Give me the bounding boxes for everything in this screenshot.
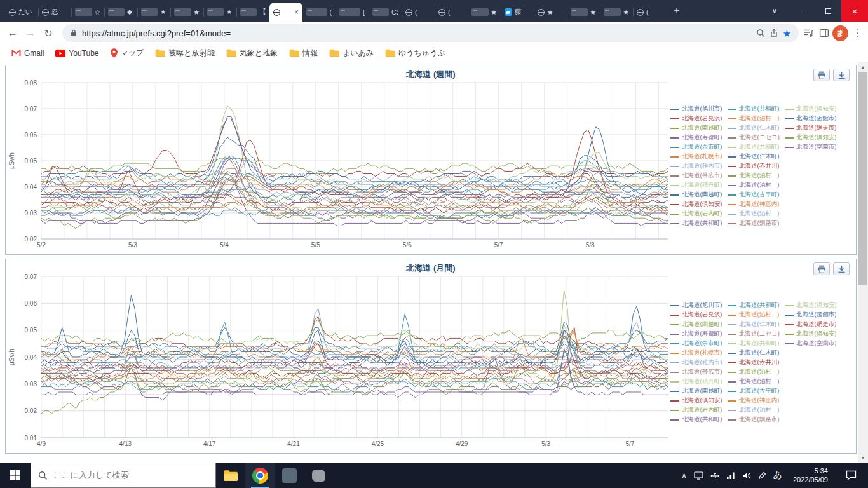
tab[interactable]: ★: [567, 3, 600, 22]
legend-item[interactable]: 北海道(仁木町): [728, 152, 785, 161]
bookmark-item[interactable]: YouTube: [50, 47, 104, 60]
legend-item[interactable]: 北海道(蘭越町): [670, 123, 728, 133]
legend-item[interactable]: 北海道(寿都町): [670, 133, 728, 142]
legend-item[interactable]: 北海道(古平町): [728, 386, 785, 396]
ime-indicator[interactable]: あ: [773, 470, 782, 481]
bookmark-item[interactable]: マップ: [105, 46, 149, 60]
taskbar-clock[interactable]: 5:34 2022/05/09: [789, 466, 832, 485]
app-button-1[interactable]: [275, 463, 304, 488]
usb-icon[interactable]: [710, 471, 719, 480]
legend-item[interactable]: 北海道(泊村 ): [728, 209, 785, 219]
scrollbar-thumb[interactable]: [858, 72, 867, 285]
maximize-button[interactable]: [815, 0, 841, 22]
chrome-taskbar-button[interactable]: [245, 463, 275, 488]
legend-item[interactable]: 北海道(共和町): [728, 339, 785, 348]
tab-close-button[interactable]: ×: [294, 8, 299, 17]
tab[interactable]: だい: [5, 3, 38, 22]
legend-item[interactable]: 北海道(倶知安): [785, 104, 842, 114]
tab[interactable]: [: [336, 3, 369, 22]
legend-item[interactable]: 北海道(倶知安): [785, 133, 842, 142]
close-window-button[interactable]: ×: [841, 0, 868, 22]
legend-item[interactable]: 北海道(稚内市): [670, 161, 728, 171]
browser-menu-button[interactable]: ⋮: [851, 27, 864, 39]
scroll-down-icon[interactable]: ▼: [858, 453, 868, 463]
bookmark-star-icon[interactable]: ★: [783, 29, 791, 38]
legend-item[interactable]: 北海道(帯広市): [670, 367, 728, 377]
start-button[interactable]: [0, 463, 31, 488]
legend-item[interactable]: 北海道(旭川市): [670, 301, 728, 310]
legend-item[interactable]: 北海道(倶知安): [785, 329, 842, 339]
legend-item[interactable]: 北海道(泊村 ): [728, 367, 785, 377]
tab[interactable]: 藤: [501, 3, 534, 22]
legend-item[interactable]: 北海道(室蘭市): [785, 142, 842, 152]
display-icon[interactable]: [694, 471, 703, 480]
share-icon[interactable]: [770, 29, 778, 37]
legend-item[interactable]: 北海道(札幌市): [670, 152, 728, 161]
tab[interactable]: (: [633, 3, 666, 22]
legend-item[interactable]: 北海道(共和町): [728, 301, 785, 310]
minimize-button[interactable]: –: [788, 0, 815, 22]
tab[interactable]: ★: [170, 3, 203, 22]
legend-item[interactable]: 北海道(網走市): [785, 320, 842, 329]
bookmark-item[interactable]: 気象と地象: [221, 46, 283, 60]
tab[interactable]: ★】: [137, 3, 170, 22]
download-chart-button[interactable]: [833, 69, 850, 81]
legend-item[interactable]: 北海道(函館市): [785, 114, 842, 123]
tab[interactable]: ★: [468, 3, 501, 22]
legend-item[interactable]: 北海道(神恵内): [728, 396, 785, 405]
tab[interactable]: C3: [369, 3, 402, 22]
zoom-icon[interactable]: [756, 29, 765, 37]
page-scrollbar[interactable]: ▲ ▼: [858, 62, 868, 463]
legend-item[interactable]: 北海道(寿都町): [670, 329, 728, 339]
legend-item[interactable]: 北海道(旭川市): [670, 104, 728, 114]
tab[interactable]: ★: [600, 3, 633, 22]
pen-icon[interactable]: [758, 471, 766, 480]
legend-item[interactable]: 北海道(泊村 ): [728, 405, 785, 415]
legend-item[interactable]: 北海道(ニセコ): [728, 329, 785, 339]
media-controls-icon[interactable]: [804, 28, 814, 38]
active-tab[interactable]: ×: [269, 3, 302, 22]
legend-item[interactable]: 北海道(蘭越町): [670, 190, 728, 200]
legend-item[interactable]: 北海道(室蘭市): [785, 339, 842, 348]
legend-item[interactable]: 北海道(泊村 ): [728, 114, 785, 123]
legend-item[interactable]: 北海道(共和町): [728, 142, 785, 152]
tab[interactable]: (: [302, 3, 336, 22]
legend-item[interactable]: 北海道(函館市): [785, 310, 842, 320]
tab-search-button[interactable]: ∨: [761, 0, 788, 22]
scroll-up-icon[interactable]: ▲: [858, 62, 868, 72]
new-tab-button[interactable]: +: [668, 3, 685, 19]
legend-item[interactable]: 北海道(赤井川): [728, 358, 785, 367]
bookmark-item[interactable]: Gmail: [6, 47, 49, 60]
legend-item[interactable]: 北海道(神恵内): [728, 200, 785, 209]
legend-item[interactable]: 北海道(仁木町): [728, 348, 785, 358]
legend-item[interactable]: 北海道(ニセコ): [728, 133, 785, 142]
back-button[interactable]: ←: [4, 24, 22, 42]
bookmark-item[interactable]: まいあみ: [324, 46, 379, 60]
side-panel-icon[interactable]: [819, 28, 829, 38]
network-icon[interactable]: [726, 471, 735, 479]
profile-avatar[interactable]: ま: [832, 25, 848, 41]
legend-item[interactable]: 北海道(仁木町): [728, 320, 785, 329]
download-chart-button[interactable]: [833, 262, 850, 275]
legend-item[interactable]: 北海道(余市町): [670, 142, 728, 152]
forward-button[interactable]: →: [22, 24, 39, 42]
bookmark-item[interactable]: ゆうちゅうぶ: [380, 46, 451, 60]
file-explorer-button[interactable]: [216, 463, 245, 488]
tab[interactable]: ★】: [203, 3, 236, 22]
legend-item[interactable]: 北海道(共和町): [728, 104, 785, 114]
legend-item[interactable]: 北海道(蘭越町): [670, 386, 728, 396]
legend-item[interactable]: 北海道(帯広市): [670, 171, 728, 180]
legend-item[interactable]: 北海道(仁木町): [728, 123, 785, 133]
tab[interactable]: ★: [534, 3, 567, 22]
legend-item[interactable]: 北海道(積丹町): [670, 377, 728, 386]
legend-item[interactable]: 北海道(泊村 ): [728, 180, 785, 190]
legend-item[interactable]: 北海道(積丹町): [670, 180, 728, 190]
legend-item[interactable]: 北海道(岩内町): [670, 405, 728, 415]
tab[interactable]: (: [435, 3, 468, 22]
tab[interactable]: 忍: [38, 3, 71, 22]
print-chart-button[interactable]: [813, 262, 830, 275]
legend-item[interactable]: 北海道(共和町): [670, 415, 728, 424]
legend-item[interactable]: 北海道(網走市): [785, 123, 842, 133]
legend-item[interactable]: 北海道(岩見沢): [670, 114, 728, 123]
legend-item[interactable]: 北海道(稚内市): [670, 358, 728, 367]
